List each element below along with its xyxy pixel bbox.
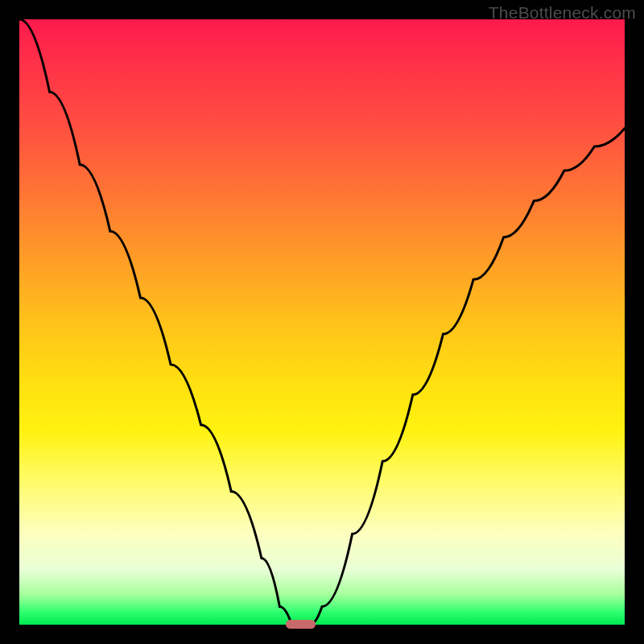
chart-curves-svg bbox=[19, 19, 625, 625]
watermark-text: TheBottleneck.com bbox=[489, 3, 636, 23]
curve-left-branch bbox=[19, 19, 291, 625]
minimum-marker bbox=[286, 620, 316, 629]
curve-right-branch bbox=[310, 128, 625, 625]
